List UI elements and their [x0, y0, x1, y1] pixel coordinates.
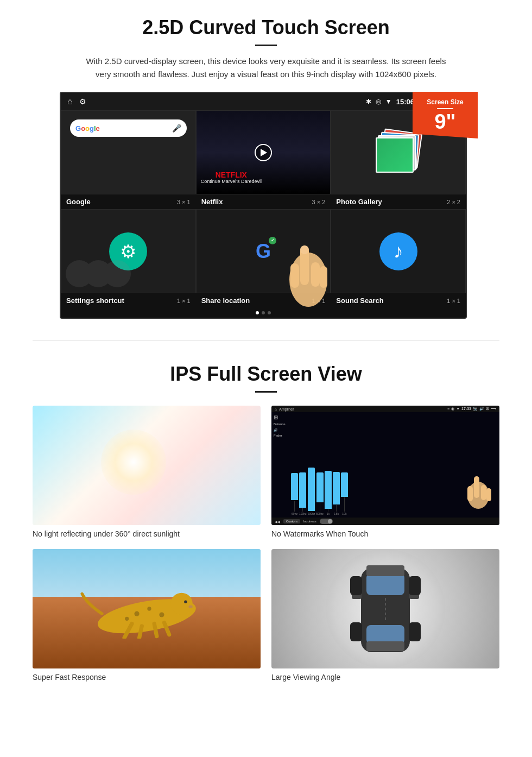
page-dots [61, 308, 466, 318]
eq-bar-below [320, 503, 320, 512]
amp-fader-label: Fader [274, 434, 290, 437]
svg-rect-33 [409, 622, 421, 641]
screen-size-badge: Screen Size 9" [413, 92, 478, 138]
eq-bar-500hz: 500hz [316, 472, 324, 515]
feature-image-large-viewing [271, 549, 499, 668]
section2-title: IPS Full Screen View [33, 363, 499, 386]
section-ips: IPS Full Screen View No light reflecting… [0, 352, 532, 698]
section2-divider [255, 391, 277, 393]
amp-balance-label: Balance [274, 422, 290, 426]
amp-prev-icon: ◀◀ [275, 520, 280, 523]
svg-rect-25 [366, 625, 404, 644]
mic-icon[interactable]: 🎤 [172, 124, 181, 133]
svg-rect-27 [366, 641, 404, 651]
sound-search-label-cell: Sound Search 1 × 1 [331, 295, 466, 306]
title-divider [255, 45, 277, 46]
eq-bar-60hz: 60hz [291, 473, 298, 515]
svg-point-16 [125, 617, 129, 621]
touch-hand-svg [462, 460, 495, 509]
feature-caption-no-watermarks: No Watermarks When Touch [271, 529, 499, 538]
app-grid-row2: ⚙ G ✓ [61, 209, 466, 293]
settings-app-name: Settings shortcut [66, 297, 124, 305]
svg-rect-8 [467, 486, 473, 501]
section-curved-screen: 2.5D Curved Touch Screen With 2.5D curve… [0, 0, 532, 330]
netflix-sub-text: Continue Marvel's Daredevil [201, 179, 262, 184]
app-labels-row2: Settings shortcut 1 × 1 Share location 1… [61, 293, 466, 308]
section1-desc: With 2.5D curved-display screen, this de… [81, 55, 451, 81]
cheetah-scene [33, 549, 261, 668]
status-time: 15:06 [396, 98, 414, 106]
eq-bar-below [294, 501, 295, 512]
svg-rect-26 [366, 565, 404, 576]
feature-image-no-watermarks: ⌂ Amplifier ≡ ◉ ▼ 17:33 📷 🔊 ⊠ ⟶ [271, 406, 499, 525]
section1-title: 2.5D Curved Touch Screen [33, 16, 499, 39]
status-bar-left: ⌂ ⚙ [67, 97, 86, 106]
settings-app-size: 1 × 1 [177, 298, 191, 304]
amp-custom-button[interactable]: Custom [283, 519, 300, 523]
amp-tune-icon: ⊞ [274, 414, 290, 420]
share-location-cell[interactable]: G ✓ [196, 209, 331, 293]
eq-bar-below [344, 497, 345, 512]
netflix-label-cell: Netflix 3 × 2 [196, 197, 331, 207]
wifi-icon: ▼ [385, 98, 392, 105]
amp-loudness-toggle[interactable] [320, 519, 333, 524]
svg-rect-4 [320, 266, 327, 288]
eq-bar-fill [325, 471, 332, 509]
photo-gallery-app-size: 2 × 2 [447, 199, 460, 205]
eq-bar-fill [308, 468, 315, 511]
android-screen: ⌂ ⚙ ✱ ◎ ▼ 15:06 📷 🔊 ⊠ ▭ [60, 92, 467, 319]
eq-bar-fill [341, 472, 348, 497]
app-grid-row1: Google 🎤 NETFLIX [61, 110, 466, 194]
eq-bars: 60hz 100hz 200hz [291, 456, 497, 515]
sound-search-app-name: Sound Search [336, 297, 383, 305]
photo-card-4 [376, 137, 414, 173]
netflix-app-cell[interactable]: NETFLIX Continue Marvel's Daredevil [196, 110, 331, 194]
amp-icons: ≡ ◉ ▼ 17:33 📷 🔊 ⊠ ⟶ [447, 407, 496, 411]
badge-divider [437, 108, 453, 109]
photo-stack [377, 131, 420, 174]
google-search-bar[interactable]: Google 🎤 [70, 119, 187, 137]
music-note-icon: ♪ [394, 240, 403, 263]
settings-shadow-icons [66, 260, 131, 287]
amp-speaker-icon: 🔊 [274, 428, 290, 432]
bluetooth-icon: ✱ [366, 98, 371, 105]
home-icon[interactable]: ⌂ [67, 97, 73, 106]
sound-search-cell[interactable]: ♪ [331, 209, 466, 293]
pointing-hand [278, 215, 338, 309]
feature-image-fast-response [33, 549, 261, 668]
svg-rect-31 [409, 576, 421, 595]
status-bar: ⌂ ⚙ ✱ ◎ ▼ 15:06 📷 🔊 ⊠ ▭ [61, 93, 466, 110]
photo-gallery-label-cell: Photo Gallery 2 × 2 [331, 197, 466, 207]
g-letter: G ✓ [256, 240, 271, 263]
feature-grid: No light reflecting under 360° direct su… [33, 406, 499, 682]
eq-freq-2k: 2.5k [334, 512, 339, 515]
feature-no-light: No light reflecting under 360° direct su… [33, 406, 261, 538]
page-dot-3 [268, 311, 271, 314]
svg-point-22 [188, 605, 192, 609]
eq-bar-fill [316, 472, 324, 502]
eq-bar-fill [333, 472, 340, 504]
google-app-cell[interactable]: Google 🎤 [61, 110, 196, 194]
cheetah-svg [51, 579, 243, 639]
google-app-name: Google [66, 198, 91, 206]
usb-icon: ⚙ [79, 97, 86, 106]
badge-size: 9" [434, 110, 455, 133]
google-logo: Google [75, 124, 100, 133]
svg-rect-24 [366, 573, 404, 595]
netflix-app-size: 3 × 2 [312, 199, 326, 205]
netflix-logo-text: NETFLIX [201, 171, 262, 179]
google-maps-container: G ✓ [256, 240, 271, 263]
feature-no-watermarks: ⌂ Amplifier ≡ ◉ ▼ 17:33 📷 🔊 ⊠ ⟶ [271, 406, 499, 538]
settings-app-cell[interactable]: ⚙ [61, 209, 196, 293]
feature-caption-fast: Super Fast Response [33, 673, 261, 682]
sun-glow [101, 430, 166, 495]
amp-x-icon: ⊠ [486, 407, 489, 411]
svg-rect-10 [486, 488, 491, 501]
eq-freq-60: 60hz [292, 512, 297, 515]
page-dot-1 [256, 311, 259, 314]
app-labels-row1: Google 3 × 1 Netflix 3 × 2 Photo Gallery… [61, 194, 466, 209]
car-view [271, 549, 499, 668]
netflix-play-button[interactable] [255, 144, 272, 161]
sound-icon-bg: ♪ [379, 232, 417, 270]
amp-sidebar: ⊞ Balance 🔊 Fader [274, 414, 290, 515]
